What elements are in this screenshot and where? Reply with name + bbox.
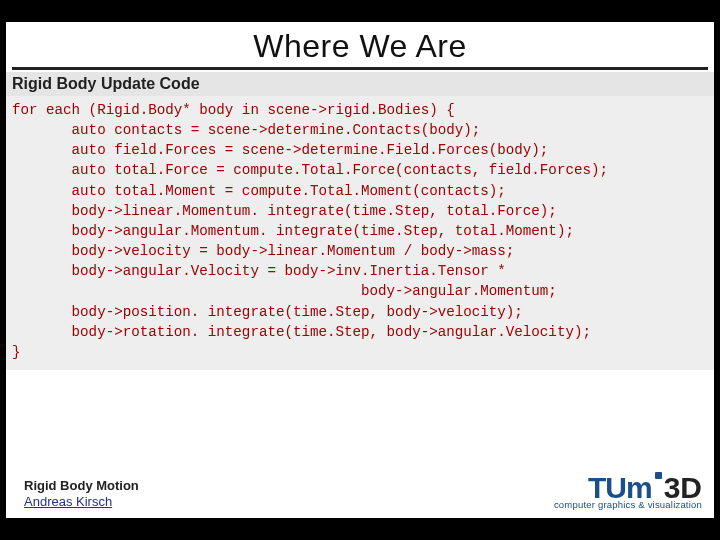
logo-3d-text: 3D	[664, 474, 702, 501]
footer-left: Rigid Body Motion Andreas Kirsch	[24, 478, 139, 511]
title-container: Where We Are	[12, 22, 708, 70]
logo-dot-icon	[655, 472, 662, 479]
slide: Where We Are Rigid Body Update Code for …	[6, 22, 714, 518]
logo-row: TUm 3D	[554, 472, 702, 501]
section-header: Rigid Body Update Code	[6, 72, 714, 96]
slide-footer: Rigid Body Motion Andreas Kirsch TUm 3D …	[24, 472, 702, 510]
code-listing: for each (Rigid.Body* body in scene->rig…	[6, 96, 714, 370]
footer-author: Andreas Kirsch	[24, 494, 139, 510]
footer-topic: Rigid Body Motion	[24, 478, 139, 494]
tum-logo-text: TUm	[588, 474, 652, 501]
footer-right: TUm 3D computer graphics & visualization	[554, 472, 702, 510]
slide-title: Where We Are	[12, 28, 708, 65]
